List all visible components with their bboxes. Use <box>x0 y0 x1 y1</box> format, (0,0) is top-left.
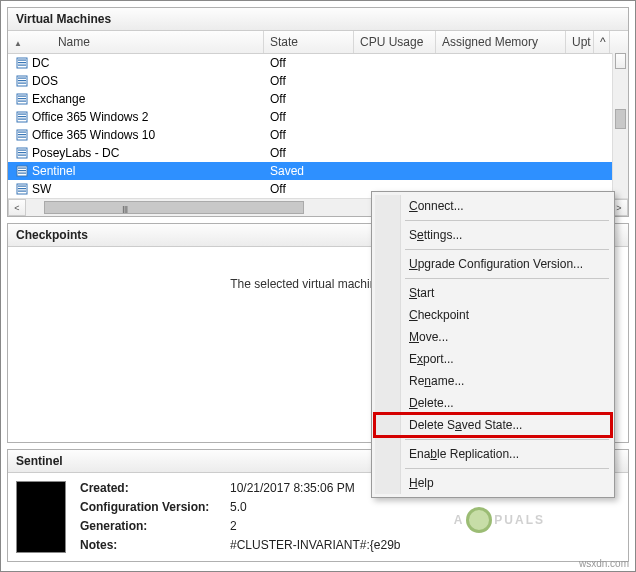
svg-rect-23 <box>18 155 26 156</box>
svg-rect-18 <box>18 134 26 135</box>
vm-state: Off <box>264 145 354 161</box>
vm-list[interactable]: DCOffDOSOffExchangeOffOffice 365 Windows… <box>8 54 628 198</box>
vm-state: Off <box>264 127 354 143</box>
column-memory[interactable]: Assigned Memory <box>436 31 566 53</box>
svg-rect-5 <box>18 78 26 79</box>
cfgver-value: 5.0 <box>230 500 440 514</box>
vm-row[interactable]: Office 365 Windows 10Off <box>8 126 628 144</box>
svg-rect-9 <box>18 96 26 97</box>
svg-rect-7 <box>18 83 26 84</box>
vm-row[interactable]: DOSOff <box>8 72 628 90</box>
svg-rect-29 <box>18 186 26 187</box>
svg-rect-14 <box>18 116 26 117</box>
notes-value: #CLUSTER-INVARIANT#:{e29b <box>230 538 440 552</box>
created-label: Created: <box>80 481 230 495</box>
vm-state: Off <box>264 91 354 107</box>
ctx-delete-saved-state[interactable]: Delete Saved State... <box>375 414 611 436</box>
vm-row[interactable]: PoseyLabs - DCOff <box>8 144 628 162</box>
vm-state: Off <box>264 181 354 197</box>
ctx-checkpoint[interactable]: Checkpoint <box>375 304 611 326</box>
vm-icon <box>16 165 28 177</box>
vm-icon <box>16 57 28 69</box>
vm-name: Office 365 Windows 10 <box>32 128 155 142</box>
vm-name: DOS <box>32 74 58 88</box>
generation-value: 2 <box>230 519 440 533</box>
vm-icon <box>16 147 28 159</box>
vm-row[interactable]: ExchangeOff <box>8 90 628 108</box>
svg-rect-3 <box>18 65 26 66</box>
ctx-rename[interactable]: Rename... <box>375 370 611 392</box>
svg-rect-25 <box>18 168 26 169</box>
svg-rect-22 <box>18 152 26 153</box>
vertical-scrollbar[interactable] <box>612 53 628 198</box>
vm-state: Saved <box>264 163 354 179</box>
vm-state: Off <box>264 55 354 71</box>
vm-row[interactable]: DCOff <box>8 54 628 72</box>
ctx-enable-replication[interactable]: Enable Replication... <box>375 443 611 465</box>
svg-rect-19 <box>18 137 26 138</box>
vm-column-headers: ▲Name State CPU Usage Assigned Memory Up… <box>8 31 628 54</box>
column-scroll-spacer: ^ <box>594 31 610 53</box>
generation-label: Generation: <box>80 519 230 533</box>
svg-rect-15 <box>18 119 26 120</box>
svg-rect-17 <box>18 132 26 133</box>
notes-label: Notes: <box>80 538 230 552</box>
svg-rect-26 <box>18 170 26 171</box>
ctx-move[interactable]: Move... <box>375 326 611 348</box>
svg-rect-27 <box>18 173 26 174</box>
cfgver-label: Configuration Version: <box>80 500 230 514</box>
virtual-machines-panel: Virtual Machines ▲Name State CPU Usage A… <box>7 7 629 217</box>
svg-rect-30 <box>18 188 26 189</box>
scroll-left-button[interactable]: < <box>8 199 26 216</box>
svg-rect-31 <box>18 191 26 192</box>
svg-rect-1 <box>18 60 26 61</box>
column-name[interactable]: ▲Name <box>8 31 264 53</box>
vm-icon <box>16 111 28 123</box>
vm-name: PoseyLabs - DC <box>32 146 119 160</box>
hyperv-manager-window: Virtual Machines ▲Name State CPU Usage A… <box>0 0 636 572</box>
ctx-upgrade[interactable]: Upgrade Configuration Version... <box>375 253 611 275</box>
vm-row[interactable]: Office 365 Windows 2Off <box>8 108 628 126</box>
column-state[interactable]: State <box>264 31 354 53</box>
vm-icon <box>16 75 28 87</box>
vm-table: ▲Name State CPU Usage Assigned Memory Up… <box>8 31 628 198</box>
ctx-delete[interactable]: Delete... <box>375 392 611 414</box>
column-cpu[interactable]: CPU Usage <box>354 31 436 53</box>
vm-icon <box>16 129 28 141</box>
vm-context-menu: Connect... Settings... Upgrade Configura… <box>371 191 615 498</box>
svg-rect-10 <box>18 98 26 99</box>
svg-rect-2 <box>18 62 26 63</box>
virtual-machines-title: Virtual Machines <box>8 8 628 31</box>
vm-state: Off <box>264 109 354 125</box>
ctx-connect[interactable]: Connect... <box>375 195 611 217</box>
svg-rect-21 <box>18 150 26 151</box>
vm-state: Off <box>264 73 354 89</box>
vm-thumbnail[interactable] <box>16 481 66 553</box>
source-mark: wsxdn.com <box>579 558 629 569</box>
svg-rect-6 <box>18 80 26 81</box>
vm-row[interactable]: SentinelSaved <box>8 162 628 180</box>
svg-rect-11 <box>18 101 26 102</box>
vm-name: Office 365 Windows 2 <box>32 110 149 124</box>
vm-name: DC <box>32 56 49 70</box>
horizontal-scroll-thumb[interactable]: Ⅲ <box>44 201 304 214</box>
ctx-help[interactable]: Help <box>375 472 611 494</box>
vm-icon <box>16 93 28 105</box>
column-uptime[interactable]: Upt <box>566 31 594 53</box>
vm-name: Exchange <box>32 92 85 106</box>
ctx-export[interactable]: Export... <box>375 348 611 370</box>
svg-rect-13 <box>18 114 26 115</box>
vm-name: SW <box>32 182 51 196</box>
vm-name: Sentinel <box>32 164 75 178</box>
ctx-settings[interactable]: Settings... <box>375 224 611 246</box>
ctx-start[interactable]: Start <box>375 282 611 304</box>
vm-icon <box>16 183 28 195</box>
